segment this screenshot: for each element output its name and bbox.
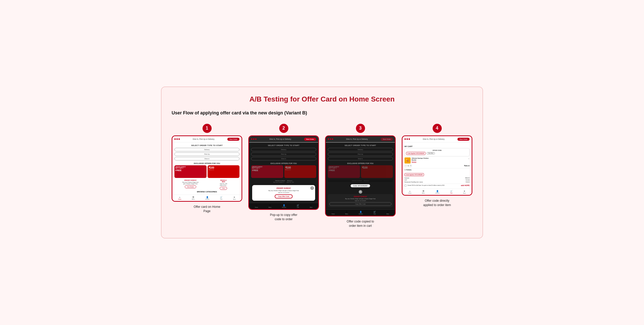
step1-offer-card-1[interactable]: ZINGER SUNDAYBUY 1 GET 1 FREE: [174, 165, 207, 178]
step2-delivery-btn[interactable]: Delivery: [251, 148, 316, 151]
step1-select-title: SELECT ORDER TYPE TO START: [174, 145, 239, 146]
dot3: [332, 138, 333, 140]
step3-nav-cart[interactable]: 🛒 Cart: [373, 211, 376, 215]
step3-offer1-free: FREE: [329, 169, 359, 172]
home-icon-2: ⌂: [256, 204, 257, 207]
step2-dinein-btn[interactable]: Dine-in: [251, 157, 316, 160]
step4-nav-account[interactable]: 👤 Account: [435, 190, 439, 194]
step2-order-btns: Delivery Pick-Up Dine-in: [251, 148, 316, 160]
step4-divider1: [405, 168, 470, 168]
main-container: A/B Testing for Offer Card on Home Scree…: [161, 87, 483, 239]
step3-nav-more[interactable]: ≡ More: [387, 211, 389, 215]
step1-offer-card-2[interactable]: ₹100 Minimum Or: [208, 165, 240, 178]
step3-nav-menu[interactable]: ☰ Menu: [345, 211, 348, 215]
step4-code-value: KFC#24SUN7: [416, 153, 424, 154]
step4-gst-value: ₹34.96: [466, 179, 470, 181]
step3-code-copied-badge: Code: KFC#24SUN7: [351, 184, 370, 187]
step2-copy-btn[interactable]: Copy Offer Code: [275, 194, 293, 198]
step2-popup-desc: Buy any Chicken Zinger and get a Classic…: [254, 190, 313, 191]
step1-view-details-btn[interactable]: View Details: [185, 185, 196, 188]
step4-view-more-btn[interactable]: View More: [427, 152, 435, 154]
step3-dine-text: Dine In, Pick Up or Delivery: [346, 138, 368, 140]
cart-icon: 🛒: [220, 196, 223, 198]
step4-nav-more[interactable]: ≡ More: [463, 190, 466, 194]
step1-start-order[interactable]: Start Order: [227, 138, 239, 141]
step1-offer1-desc: Buy any Chicken Zinger andget a Classic …: [174, 181, 207, 185]
account-icon-2: 👤: [283, 204, 285, 207]
menu-icon-4: ☰: [422, 190, 424, 192]
step2-body: SELECT ORDER TYPE TO START Delivery Pick…: [249, 143, 318, 203]
step1-view-btn[interactable]: View: [220, 187, 227, 190]
step4-qty-decrease[interactable]: −: [405, 165, 407, 167]
step-3-badge: 3: [356, 124, 365, 133]
step1-delivery-btn[interactable]: Delivery: [174, 148, 239, 151]
step1-view-wrap: View: [208, 187, 240, 190]
step1-nav-home[interactable]: ⌂ Home: [178, 196, 181, 200]
step3-nav-account[interactable]: 👤 Account: [359, 211, 363, 215]
step1-offer1-label: ZINGER SUNDAYBUY 1 GET 1: [175, 166, 206, 169]
step4-nav-menu[interactable]: ☰ Menu: [422, 190, 425, 194]
step2-caption: Pop-up to copy offercode to order: [270, 213, 297, 221]
step1-caption: Offer card on HomePage: [194, 205, 220, 213]
step2-nav-account[interactable]: 👤 Account: [282, 204, 286, 208]
step2-offer2-price: ₹100: [285, 166, 315, 169]
step1-dine-text: Dine In, Pick Up or Delivery: [193, 138, 214, 140]
step2-nav-cart[interactable]: 🛒 Cart: [297, 204, 299, 208]
step4-qty-increase[interactable]: +: [409, 165, 412, 167]
step-4-badge: 4: [433, 124, 442, 133]
step2-nav-more[interactable]: ≡ More: [310, 204, 312, 208]
dot2: [330, 138, 331, 140]
step3-nav-more-label: More: [387, 213, 389, 215]
home-icon-3: ⌂: [332, 211, 334, 213]
step4-handling-value: ₹39.00: [466, 181, 470, 183]
step3-popup-valid: Valid till: 31/12/2024: [329, 200, 391, 201]
step3-popup-title: ZINGER SUNDAY: [329, 196, 391, 197]
step1-pickup-btn[interactable]: Pick-Up: [174, 152, 239, 156]
dot3: [178, 138, 180, 140]
step4-subtotal-row: Subtotal ₹699.05: [405, 177, 470, 179]
step2-popup-close[interactable]: ✕: [310, 186, 314, 190]
home-icon: ⌂: [179, 196, 180, 198]
step4-remove-btn[interactable]: Remove: [412, 161, 429, 162]
step1-nav-more[interactable]: ≡ More: [233, 196, 236, 200]
step2-offer1-label: ZINGER SUNDAYBUY 1 GET 1: [252, 166, 282, 169]
step2-nav-menu[interactable]: ☰ Menu: [269, 204, 271, 208]
step-2-col: 2 Dine In, Pick Up or Delivery Start Ord…: [248, 124, 319, 221]
step3-nav-home[interactable]: ⌂ Home: [332, 211, 335, 215]
step1-nav-account[interactable]: 👤 Account: [205, 196, 209, 200]
step1-nav-cart[interactable]: 🛒 Cart: [220, 196, 223, 200]
step2-nav-home[interactable]: ⌂ Home: [255, 204, 258, 208]
step4-nav-home[interactable]: ⌂ Home: [408, 190, 411, 194]
step-1-badge: 1: [203, 124, 212, 133]
step3-close-container: ✕: [328, 190, 393, 194]
step2-offer-card-1: ZINGER SUNDAYBUY 1 GET 1 FREE: [251, 165, 283, 178]
step2-pickup-btn[interactable]: Pick-Up: [251, 152, 316, 156]
step3-popup-close[interactable]: ✕: [359, 190, 362, 194]
step4-start-order[interactable]: Start Order: [457, 138, 470, 141]
cart-icon-2: 🛒: [297, 204, 299, 207]
step1-nav-account-label: Account: [205, 199, 209, 200]
step2-nav: ⌂ Home ☰ Menu 👤 Account 🛒 Cart: [249, 203, 318, 209]
step4-body: MY CART OFFER CODE Code Applied: KFC#24S…: [402, 143, 472, 189]
step2-offers-row: ZINGER SUNDAYBUY 1 GET 1 FREE ₹100 Minim…: [251, 165, 316, 178]
step-4-phone: Dine In, Pick Up or Delivery Start Order…: [402, 135, 472, 196]
step2-exclusive-title: EXCLUSIVE OFFERS FOR YOU: [251, 162, 316, 164]
step2-start-order[interactable]: Start Order: [304, 138, 316, 141]
dot2: [253, 138, 254, 140]
step3-badge-container: Code: KFC#24SUN7: [328, 182, 393, 190]
dot1: [328, 138, 329, 140]
step4-donate-checkbox[interactable]: [405, 185, 407, 187]
step4-code-applied-row: Code Applied: KFC#24SUN7 View More: [406, 152, 468, 155]
step4-code-applied-badge: Code Applied: KFC#24SUN7: [406, 152, 426, 155]
dot3: [409, 138, 410, 140]
step4-nav-more-label: More: [463, 193, 466, 194]
step4-offer-code-label: OFFER CODE: [406, 150, 468, 151]
step2-popup-valid: Valid till: 31/12/2024: [254, 192, 313, 193]
step1-nav-menu[interactable]: ☰ Menu: [192, 196, 195, 200]
step1-dinein-btn[interactable]: Dine-in: [174, 157, 239, 160]
step1-nav-cart-label: Cart: [220, 199, 223, 200]
step4-nav-cart[interactable]: 🛒 Cart: [450, 190, 453, 194]
account-icon: 👤: [206, 196, 209, 198]
step-3-phone: Dine In, Pick Up or Delivery Start Order…: [325, 135, 396, 216]
step2-nav-home-label: Home: [255, 207, 258, 208]
